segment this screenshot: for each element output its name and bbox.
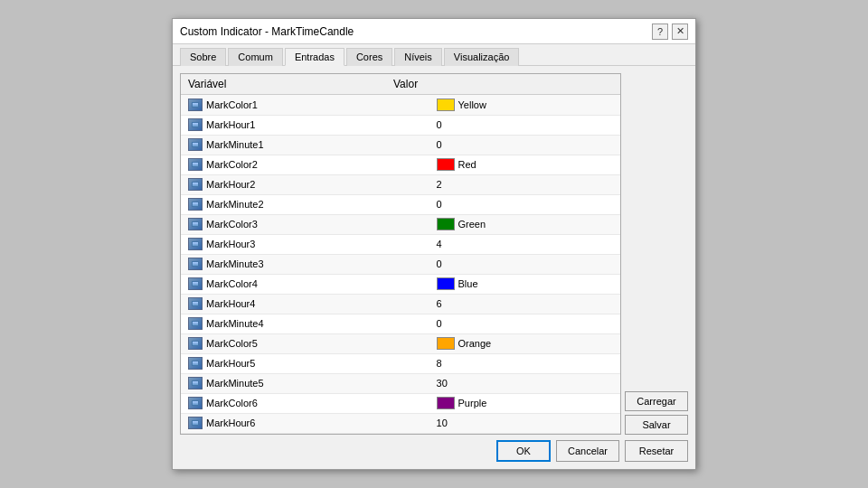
row-value: 2: [437, 179, 442, 190]
row-value: Purple: [458, 398, 487, 408]
col-header-value: Valor: [393, 78, 599, 90]
row-value: 0: [437, 318, 442, 329]
tab-entradas[interactable]: Entradas: [285, 48, 344, 66]
row-value: Yellow: [458, 99, 486, 110]
row-value: 4: [437, 239, 442, 249]
row-icon: [188, 337, 203, 350]
table-row[interactable]: MarkColor6Purple: [181, 393, 620, 413]
window-title: Custom Indicator - MarkTimeCandle: [180, 25, 354, 38]
row-value: 0: [437, 258, 442, 269]
color-swatch: [437, 99, 455, 111]
tab-content: Variável Valor MarkColor1YellowMarkHour1…: [173, 66, 695, 469]
row-icon: [188, 218, 203, 230]
tab-bar: Sobre Comum Entradas Cores Níveis Visual…: [173, 44, 695, 66]
row-variable-name: MarkColor4: [206, 278, 258, 289]
table-header: Variável Valor: [181, 74, 620, 95]
row-icon: [188, 417, 203, 429]
row-icon: [188, 178, 203, 191]
title-bar: Custom Indicator - MarkTimeCandle ? ✕: [173, 19, 695, 44]
row-variable-name: MarkMinute2: [206, 199, 264, 210]
row-icon: [188, 99, 203, 111]
reset-button[interactable]: Resetar: [625, 440, 688, 462]
table-row[interactable]: MarkHour22: [181, 174, 620, 194]
table-row[interactable]: MarkColor2Red: [181, 155, 620, 174]
close-button[interactable]: ✕: [672, 23, 688, 40]
title-bar-controls: ? ✕: [652, 23, 688, 40]
row-value: 0: [437, 139, 442, 150]
color-swatch: [437, 218, 455, 230]
cancel-button[interactable]: Cancelar: [556, 440, 619, 462]
help-button[interactable]: ?: [652, 23, 668, 40]
table-row[interactable]: MarkMinute40: [181, 314, 620, 333]
load-button[interactable]: Carregar: [625, 391, 688, 411]
row-variable-name: MarkColor6: [206, 398, 258, 408]
table-row[interactable]: MarkMinute30: [181, 254, 620, 274]
tab-cores[interactable]: Cores: [346, 48, 392, 66]
row-value: 30: [437, 378, 448, 389]
row-value: Red: [458, 159, 476, 170]
bottom-buttons: OK Cancelar Resetar: [180, 440, 688, 462]
tab-niveis[interactable]: Níveis: [394, 48, 442, 66]
row-variable-name: MarkHour4: [206, 298, 255, 309]
table-row[interactable]: MarkMinute20: [181, 194, 620, 214]
color-swatch: [437, 158, 455, 171]
row-variable-name: MarkHour5: [206, 358, 255, 369]
row-icon: [188, 198, 203, 211]
main-area: Variável Valor MarkColor1YellowMarkHour1…: [180, 73, 688, 435]
row-value: 0: [437, 199, 442, 210]
row-icon: [188, 277, 203, 290]
ok-button[interactable]: OK: [496, 440, 551, 462]
side-buttons: Carregar Salvar: [625, 73, 688, 435]
table-row[interactable]: MarkHour46: [181, 294, 620, 314]
data-table: MarkColor1YellowMarkHour10MarkMinute10Ma…: [181, 95, 620, 434]
table-row[interactable]: MarkHour610: [181, 413, 620, 433]
row-icon: [188, 397, 203, 409]
row-icon: [188, 118, 203, 131]
row-variable-name: MarkColor3: [206, 219, 258, 230]
tab-visualizacao[interactable]: Visualização: [444, 48, 520, 66]
header-scroll-spacer: [599, 78, 613, 90]
tab-sobre[interactable]: Sobre: [180, 48, 226, 66]
row-value: 8: [437, 358, 442, 369]
row-variable-name: MarkHour1: [206, 119, 255, 130]
table-row[interactable]: MarkHour10: [181, 115, 620, 135]
row-value: 6: [437, 298, 442, 309]
table-row[interactable]: MarkColor4Blue: [181, 274, 620, 294]
row-variable-name: MarkHour6: [206, 418, 255, 428]
color-swatch: [437, 277, 455, 290]
table-body[interactable]: MarkColor1YellowMarkHour10MarkMinute10Ma…: [181, 95, 620, 434]
row-variable-name: MarkColor1: [206, 99, 258, 110]
table-row[interactable]: MarkColor5Orange: [181, 333, 620, 353]
row-variable-name: MarkMinute3: [206, 258, 264, 269]
table-row[interactable]: MarkMinute530: [181, 373, 620, 393]
row-value: 10: [437, 418, 448, 428]
tab-comum[interactable]: Comum: [228, 48, 283, 66]
row-icon: [188, 258, 203, 270]
row-icon: [188, 238, 203, 250]
row-icon: [188, 138, 203, 151]
row-icon: [188, 158, 203, 171]
save-button[interactable]: Salvar: [625, 415, 688, 435]
row-variable-name: MarkMinute4: [206, 318, 264, 329]
row-variable-name: MarkColor5: [206, 338, 258, 349]
row-variable-name: MarkMinute5: [206, 378, 264, 389]
row-variable-name: MarkHour3: [206, 239, 255, 249]
main-window: Custom Indicator - MarkTimeCandle ? ✕ So…: [172, 18, 696, 470]
row-icon: [188, 317, 203, 330]
color-swatch: [437, 397, 455, 409]
color-swatch: [437, 337, 455, 350]
row-icon: [188, 377, 203, 389]
table-row[interactable]: MarkMinute615: [181, 433, 620, 434]
row-value: Green: [458, 219, 486, 230]
row-variable-name: MarkMinute1: [206, 139, 264, 150]
table-row[interactable]: MarkHour58: [181, 353, 620, 373]
col-header-variable: Variável: [188, 78, 393, 90]
table-row[interactable]: MarkHour34: [181, 234, 620, 254]
row-variable-name: MarkColor2: [206, 159, 258, 170]
table-row[interactable]: MarkColor3Green: [181, 214, 620, 234]
row-icon: [188, 357, 203, 370]
table-row[interactable]: MarkColor1Yellow: [181, 95, 620, 115]
row-variable-name: MarkHour2: [206, 179, 255, 190]
table-row[interactable]: MarkMinute10: [181, 135, 620, 155]
row-value: Blue: [458, 278, 478, 289]
